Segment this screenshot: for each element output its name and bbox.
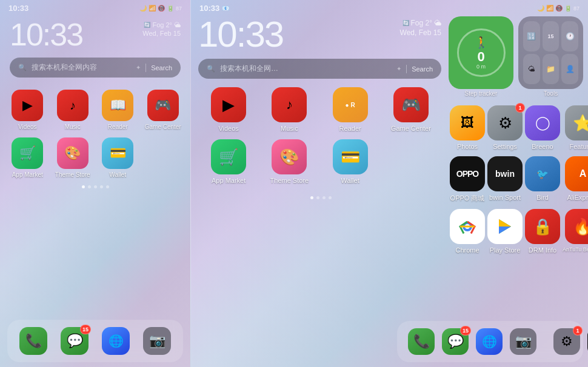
tablet-icon-wallet: 💳 — [333, 139, 368, 174]
tablet-tool-date[interactable]: 15 — [543, 21, 560, 51]
phone-dock-messages[interactable]: 15 💬 — [59, 325, 90, 357]
tablet-widgets-row: 🚶 0 0 m Step tracker 🔢 15 🕐 🌤 📁 — [449, 16, 583, 97]
tablet-tool-files[interactable]: 📁 — [543, 54, 560, 84]
phone-app-themestore[interactable]: 🎨 Theme Store — [50, 135, 96, 180]
tablet-right-settings[interactable]: 1 ⚙ Settings — [486, 103, 524, 153]
phone-app-appmarket[interactable]: 🛒 App Market — [5, 135, 50, 180]
tablet-tool-clock[interactable]: 🕐 — [561, 21, 578, 51]
tablet-tool-calc[interactable]: 🔢 — [523, 21, 540, 51]
tablet-right-playstore[interactable]: Play Store — [486, 207, 524, 256]
tablet-dock-messages[interactable]: 15 💬 — [441, 326, 470, 357]
tablet-app-videos[interactable]: ▶ Videos — [198, 85, 259, 134]
tablet-right-label-bird: Bird — [536, 194, 549, 201]
tablet-dock-phone[interactable]: 📞 — [407, 326, 436, 357]
phone-label-wallet: Wallet — [110, 171, 126, 178]
phone-page-dots — [0, 180, 190, 191]
phone-app-videos[interactable]: ▶ Videos — [5, 87, 50, 133]
tablet-right-featured[interactable]: ⭐ Featured — [561, 103, 588, 153]
tablet-clock-section: 10:33 🔄 Fog 2° 🌥 Wed, Feb 15 — [198, 14, 444, 55]
tablet-right-ali[interactable]: A AliExpress — [561, 154, 588, 205]
phone-clock: 10:33 — [10, 19, 82, 50]
tablet-right-icon-bird: 🐦 — [525, 156, 560, 191]
phone-icon-videos: ▶ — [12, 90, 43, 121]
tablet-app-music[interactable]: ♪ Music — [259, 85, 319, 134]
tablet-right-icon-chrome — [450, 209, 485, 244]
phone-date: Wed, Feb 15 — [142, 30, 181, 37]
phone-app-reader[interactable]: 📖 Reader — [95, 87, 141, 133]
tablet-app-appmarket[interactable]: 🛒 App Market — [198, 137, 259, 187]
tablet-right-breeno[interactable]: ◯ Breeno — [524, 103, 561, 153]
tablet-step-inner: 🚶 0 0 m — [457, 28, 506, 77]
tablet-settings-badge: 1 — [515, 103, 525, 113]
tablet-right-label-drm: DRM Info — [529, 246, 556, 254]
tablet-dock-icon-phone: 📞 — [408, 328, 435, 355]
phone-app-wallet[interactable]: 💳 Wallet — [95, 135, 141, 180]
phone-dock-camera[interactable]: 📷 — [142, 325, 172, 357]
tablet-step-tracker-label: Step tracker — [449, 90, 513, 97]
tablet-right-photos[interactable]: 🖼 Photos — [449, 103, 486, 153]
tablet-right-oppo[interactable]: OPPO OPPO 商城 — [449, 154, 486, 205]
phone-dot-3[interactable] — [94, 185, 97, 188]
phone-search-button[interactable]: Search — [151, 64, 172, 71]
phone-dot-5[interactable] — [106, 185, 109, 188]
tablet-right-chrome[interactable]: Chrome — [449, 207, 486, 256]
phone-dot-1[interactable] — [82, 185, 85, 188]
tablet-dock-gear[interactable]: 1 ⚙ — [552, 326, 581, 357]
tablet-tool-person[interactable]: 👤 — [561, 54, 578, 84]
tablet-search-button[interactable]: Search — [412, 65, 433, 73]
tablet-search-bar[interactable]: 🔍 搜索本机和全网… ✦ Search — [198, 59, 441, 79]
tablet-dot-2[interactable] — [316, 196, 319, 199]
tablet-app-gamecenter[interactable]: 🎮 Game Center — [381, 85, 441, 134]
phone-status-bar: 10:33 🌙 📶 📵 🔋 87 — [0, 0, 190, 14]
svg-marker-4 — [499, 219, 511, 226]
tablet-app-wallet[interactable]: 💳 Wallet — [320, 137, 381, 187]
tablet-right-bird[interactable]: 🐦 Bird — [524, 154, 561, 205]
tablet-dot-4[interactable] — [329, 196, 332, 199]
tablet-app-themestore[interactable]: 🎨 Theme Store — [259, 137, 319, 187]
tablet-label-music: Music — [281, 125, 298, 132]
tablet-dot-3[interactable] — [322, 196, 326, 199]
tablet-right-label-bwin: bwin Sport — [489, 194, 521, 201]
tablet-right-label-antutu: AnTuTu Bench... — [563, 246, 588, 253]
tablet-sparkle-icon: ✦ — [396, 65, 401, 72]
tablet-page-dots — [198, 191, 444, 202]
tablet-right-icon-ali: A — [565, 156, 588, 191]
phone-app-music[interactable]: ♪ Music — [50, 87, 96, 133]
tablet-label-videos: Videos — [218, 125, 238, 132]
tablet-tool-weather[interactable]: 🌤 — [523, 54, 540, 84]
tablet-label-reader: Reader — [339, 125, 361, 132]
svg-marker-5 — [499, 226, 511, 234]
tablet-app-reader[interactable]: ● R Reader — [320, 85, 381, 134]
tablet-icon-gamecenter: 🎮 — [393, 87, 429, 122]
phone-app-gamecenter[interactable]: 🎮 Game Center — [141, 87, 186, 133]
tablet-right-antutu[interactable]: 🔥 AnTuTu Bench... — [561, 207, 588, 256]
tablet-search-icon: 🔍 — [207, 65, 215, 73]
tablet-label-gamecenter: Game Center — [391, 125, 431, 132]
phone-dock: 📞 15 💬 🌐 📷 — [7, 320, 183, 362]
phone-dock-browser[interactable]: 🌐 — [101, 325, 131, 357]
phone-search-bar[interactable]: 🔍 搜索本机和全网内容 ✦ Search — [10, 58, 181, 78]
tablet-right-label-chrome: Chrome — [455, 246, 479, 254]
tablet-icon-music: ♪ — [272, 87, 307, 122]
tablet-step-tracker-widget[interactable]: 🚶 0 0 m — [449, 16, 513, 89]
tablet-right-label-settings: Settings — [493, 143, 517, 150]
tablet-tools-widget[interactable]: 🔢 15 🕐 🌤 📁 👤 — [518, 16, 583, 89]
tablet-right-bwin[interactable]: bwin bwin Sport — [486, 154, 524, 205]
phone-sparkle-icon: ✦ — [136, 64, 141, 71]
tablet-step-unit: 0 m — [476, 64, 486, 70]
tablet-dot-1[interactable] — [310, 196, 313, 199]
tablet-main-area: 10:33 🔄 Fog 2° 🌥 Wed, Feb 15 🔍 搜索本机和全网… … — [191, 14, 588, 259]
tablet-right-label-breeno: Breeno — [532, 143, 553, 150]
phone-dot-2[interactable] — [88, 185, 91, 188]
tablet-right-drm[interactable]: 🔒 DRM Info — [524, 207, 561, 256]
tablet-dock-icon-browser: 🌐 — [476, 328, 503, 355]
phone-app-grid: ▶ Videos ♪ Music 📖 Reader 🎮 Game Center … — [0, 82, 190, 180]
phone-dot-4[interactable] — [100, 185, 103, 188]
tablet-screen: 10:33 📧 🌙 📶 📵 🔋 87 10:33 🔄 Fog 2° 🌥 — [191, 0, 588, 367]
tablet-dock-browser[interactable]: 🌐 — [475, 326, 504, 357]
tablet-right-icon-drm: 🔒 — [525, 209, 560, 244]
tablet-dock-icon-camera: 📷 — [510, 328, 536, 355]
tablet-dock-camera[interactable]: 📷 — [509, 326, 538, 357]
phone-dock-phone[interactable]: 📞 — [18, 325, 48, 357]
tablet-status-icons: 🌙 📶 📵 🔋 87 — [537, 5, 580, 12]
